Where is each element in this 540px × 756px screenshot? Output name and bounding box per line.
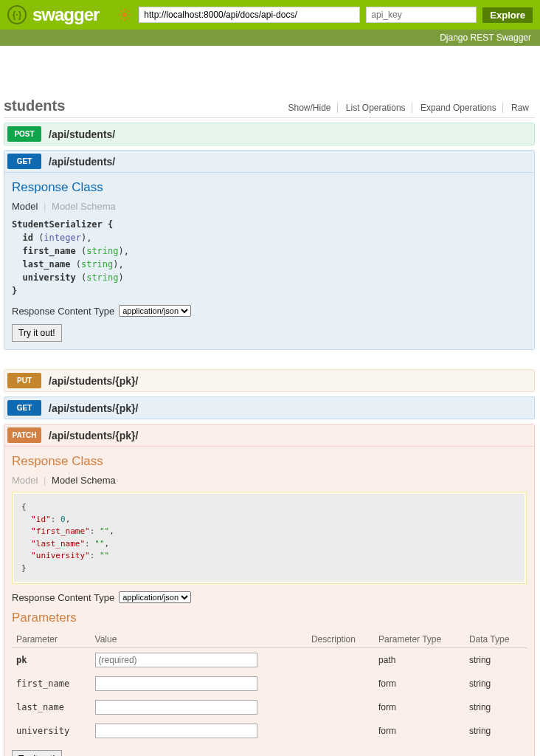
tab-model[interactable]: Model: [12, 201, 38, 212]
method-badge: PATCH: [7, 427, 41, 443]
explore-button[interactable]: Explore: [482, 7, 533, 23]
op-header[interactable]: GET /api/students/{pk}/: [4, 396, 535, 419]
response-class-title: Response Class: [12, 180, 527, 195]
parameters-title: Parameters: [12, 611, 527, 625]
model-description: StudentSerializer { id (integer), first_…: [12, 218, 527, 298]
op-path: /api/students/{pk}/: [49, 402, 138, 414]
resource-title[interactable]: students: [4, 97, 65, 114]
method-badge: POST: [7, 126, 41, 142]
tab-model-schema[interactable]: Model Schema: [52, 201, 116, 212]
method-badge: PUT: [7, 373, 41, 388]
try-it-out-button[interactable]: Try it out!: [12, 324, 62, 342]
op-header[interactable]: GET /api/students/: [4, 150, 535, 173]
op-path: /api/students/: [49, 128, 115, 140]
op-path: /api/students/: [49, 156, 115, 168]
top-header: {·} swagger Explore: [0, 0, 540, 30]
param-input-pk[interactable]: [95, 653, 257, 667]
response-content-type-row: Response Content Type application/json: [12, 591, 527, 603]
action-raw[interactable]: Raw: [505, 103, 535, 113]
param-row-last-name: last_name form string: [12, 695, 527, 719]
param-row-university: university form string: [12, 719, 527, 743]
op-header[interactable]: POST /api/students/: [4, 123, 535, 145]
config-icon[interactable]: [118, 8, 131, 21]
op-path: /api/students/{pk}/: [49, 375, 138, 387]
param-input-last-name[interactable]: [95, 700, 257, 715]
parameters-table: Parameter Value Description Parameter Ty…: [12, 631, 527, 743]
model-tabs: Model | Model Schema: [12, 201, 527, 212]
tab-model-schema[interactable]: Model Schema: [52, 475, 116, 486]
schema-box: { "id": 0, "first_name": "", "last_name"…: [12, 492, 527, 584]
param-row-pk: pk path string: [12, 648, 527, 673]
svg-line-7: [120, 18, 122, 19]
response-class-title: Response Class: [12, 454, 527, 469]
op-path: /api/students/{pk}/: [49, 430, 138, 441]
svg-line-6: [128, 18, 129, 19]
resource-header-students: students Show/Hide List Operations Expan…: [4, 90, 535, 118]
content-type-select[interactable]: application/json: [119, 305, 191, 317]
op-content: Response Class Model | Model Schema Stud…: [4, 173, 535, 350]
apikey-input[interactable]: [366, 7, 477, 23]
action-showhide[interactable]: Show/Hide: [282, 103, 337, 113]
op-content: Response Class Model | Model Schema { "i…: [4, 447, 535, 756]
op-header[interactable]: PATCH /api/students/{pk}/: [4, 424, 535, 447]
response-content-type-row: Response Content Type application/json: [12, 305, 527, 317]
action-expand[interactable]: Expand Operations: [415, 103, 503, 113]
param-input-university[interactable]: [95, 724, 257, 738]
url-input[interactable]: [139, 7, 360, 23]
model-tabs: Model | Model Schema: [12, 475, 527, 486]
param-input-first-name[interactable]: [95, 676, 257, 691]
try-it-out-button[interactable]: Try it out!: [12, 750, 62, 756]
logo-text: swagger: [32, 4, 99, 25]
op-patch-students-pk: PATCH /api/students/{pk}/ Response Class…: [4, 424, 535, 756]
svg-line-5: [120, 10, 122, 12]
param-row-first-name: first_name form string: [12, 672, 527, 695]
op-get-students: GET /api/students/ Response Class Model …: [4, 150, 535, 350]
method-badge: GET: [7, 400, 41, 416]
content-type-select[interactable]: application/json: [119, 591, 191, 603]
subheader: Django REST Swagger: [0, 30, 540, 46]
op-get-students-pk: GET /api/students/{pk}/: [4, 396, 535, 419]
op-post-students: POST /api/students/: [4, 123, 535, 145]
swagger-logo-icon: {·}: [7, 5, 27, 24]
resource-actions: Show/Hide List Operations Expand Operati…: [282, 103, 535, 113]
schema-json: { "id": 0, "first_name": "", "last_name"…: [14, 494, 525, 582]
action-list[interactable]: List Operations: [340, 103, 412, 113]
svg-line-8: [128, 10, 129, 12]
op-header[interactable]: PUT /api/students/{pk}/: [4, 369, 535, 392]
svg-point-0: [122, 13, 127, 17]
op-put-students-pk: PUT /api/students/{pk}/: [4, 369, 535, 392]
tab-model[interactable]: Model: [12, 475, 38, 486]
method-badge: GET: [7, 154, 41, 169]
